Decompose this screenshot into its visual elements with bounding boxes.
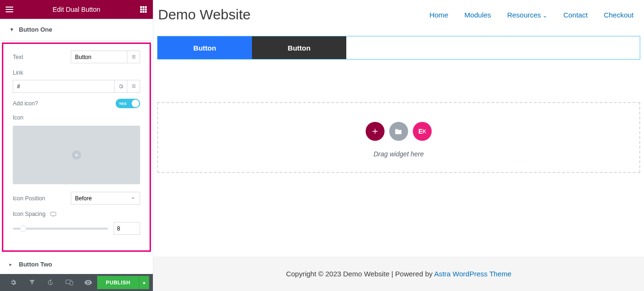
icon-position-select[interactable]: Before	[71, 192, 140, 205]
svg-rect-1	[142, 6, 144, 8]
section-button-one-body: Text Link	[2, 43, 151, 252]
text-label: Text	[13, 54, 23, 60]
drop-zone[interactable]: EK Drag widget here	[157, 102, 640, 173]
icon-spacing-slider[interactable]	[13, 228, 108, 230]
preview-eye-icon[interactable]	[79, 274, 98, 291]
svg-rect-6	[140, 11, 142, 13]
toggle-knob	[132, 100, 139, 107]
site-title: Demo Website	[158, 7, 251, 23]
site-header: Demo Website Home Modules Resources Cont…	[153, 0, 644, 29]
svg-rect-2	[145, 6, 147, 8]
dynamic-tags-link-icon[interactable]	[127, 80, 140, 93]
history-icon[interactable]	[41, 274, 60, 291]
svg-rect-11	[70, 281, 73, 285]
add-icon-label: Add icon?	[13, 100, 38, 107]
footer-text: Copyright © 2023 Demo Website | Powered …	[286, 270, 434, 278]
hamburger-icon[interactable]	[5, 5, 14, 14]
nav-resources[interactable]: Resources	[507, 11, 547, 19]
widgets-grid-icon[interactable]	[139, 5, 148, 14]
main-nav: Home Modules Resources Contact Checkout	[429, 11, 634, 19]
caret-down-icon: ▼	[9, 27, 14, 32]
panel-header: Edit Dual Button	[0, 0, 153, 19]
nav-checkout[interactable]: Checkout	[604, 11, 634, 19]
publish-button[interactable]: PUBLISH	[97, 276, 139, 289]
svg-rect-7	[142, 11, 144, 13]
icon-position-label: Icon Position	[13, 195, 45, 202]
dual-button-widget[interactable]: Button Button	[157, 36, 640, 60]
nav-contact[interactable]: Contact	[563, 11, 588, 19]
svg-rect-9	[51, 212, 56, 215]
section-label: Button Two	[19, 261, 52, 268]
link-input[interactable]	[13, 80, 115, 93]
svg-rect-8	[145, 11, 147, 13]
responsive-desktop-icon[interactable]	[50, 212, 57, 217]
link-options-icon[interactable]	[115, 80, 127, 93]
plus-circle-icon: +	[72, 150, 81, 160]
navigator-icon[interactable]	[23, 274, 42, 291]
nav-modules[interactable]: Modules	[464, 11, 491, 19]
svg-rect-3	[140, 9, 142, 10]
button-two[interactable]: Button	[252, 36, 346, 59]
section-button-two[interactable]: ▸ Button Two	[0, 254, 153, 274]
settings-icon[interactable]	[4, 274, 23, 291]
icon-label: Icon	[13, 114, 140, 121]
svg-rect-0	[140, 6, 142, 8]
site-footer: Copyright © 2023 Demo Website | Powered …	[153, 257, 644, 291]
svg-rect-5	[145, 9, 147, 10]
footer-theme-link[interactable]: Astra WordPress Theme	[434, 270, 511, 278]
toggle-text: YES	[119, 102, 126, 106]
caret-right-icon: ▸	[9, 262, 14, 267]
responsive-icon[interactable]	[60, 274, 79, 291]
elements-kit-button[interactable]: EK	[413, 122, 432, 141]
svg-rect-4	[142, 9, 144, 10]
section-label: Button One	[19, 26, 52, 33]
drop-zone-text: Drag widget here	[158, 150, 639, 158]
add-icon-toggle[interactable]: YES	[116, 99, 140, 108]
add-section-button[interactable]	[366, 122, 385, 141]
nav-home[interactable]: Home	[429, 11, 448, 19]
panel-footer: PUBLISH ▲	[0, 274, 153, 291]
icon-spacing-label: Icon Spacing	[13, 211, 45, 217]
text-input[interactable]	[71, 51, 127, 63]
panel-title: Edit Dual Button	[14, 6, 139, 13]
publish-options-button[interactable]: ▲	[139, 276, 149, 289]
dynamic-tags-icon[interactable]	[127, 51, 140, 63]
icon-spacing-input[interactable]	[114, 222, 140, 235]
template-library-button[interactable]	[389, 122, 408, 141]
button-one[interactable]: Button	[158, 36, 252, 59]
section-button-one[interactable]: ▼ Button One	[0, 19, 153, 41]
icon-picker[interactable]: +	[13, 126, 140, 184]
link-label: Link	[13, 69, 140, 76]
